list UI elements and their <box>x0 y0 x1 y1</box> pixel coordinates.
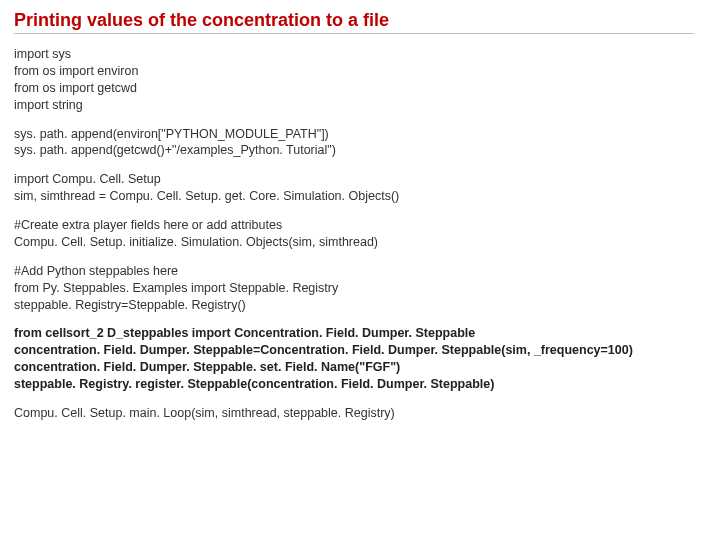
code-block-3: #Create extra player fields here or add … <box>14 217 706 251</box>
code-block-1: sys. path. append(environ["PYTHON_MODULE… <box>14 126 706 160</box>
page-title: Printing values of the concentration to … <box>14 10 694 34</box>
code-block-0: import sys from os import environ from o… <box>14 46 706 114</box>
document-page: Printing values of the concentration to … <box>0 0 720 540</box>
code-block-5-emphasized: from cellsort_2 D_steppables import Conc… <box>14 325 706 393</box>
code-block-6: Compu. Cell. Setup. main. Loop(sim, simt… <box>14 405 706 422</box>
code-block-2: import Compu. Cell. Setup sim, simthread… <box>14 171 706 205</box>
code-block-4: #Add Python steppables here from Py. Ste… <box>14 263 706 314</box>
